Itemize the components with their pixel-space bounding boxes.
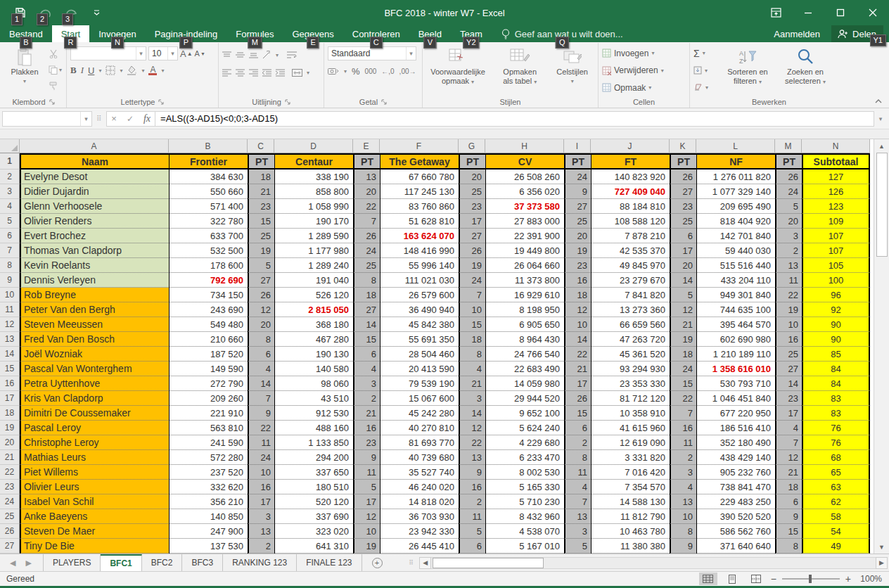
cell-J4[interactable]: 88 184 810 bbox=[591, 199, 670, 214]
cell-E8[interactable]: 25 bbox=[353, 258, 380, 273]
cell-K22[interactable]: 3 bbox=[670, 465, 696, 480]
cell-G4[interactable]: 23 bbox=[459, 199, 485, 214]
cell-J18[interactable]: 10 358 910 bbox=[591, 406, 670, 421]
minimize-button[interactable] bbox=[792, 0, 824, 25]
enter-icon[interactable]: ✓ bbox=[127, 114, 134, 124]
cell-B15[interactable]: 149 590 bbox=[169, 362, 248, 376]
column-header-A[interactable]: A bbox=[20, 139, 169, 153]
cell-N9[interactable]: 100 bbox=[802, 273, 870, 288]
vertical-scrollbar[interactable]: ▲ ▼ bbox=[874, 139, 889, 554]
cell-J6[interactable]: 7 878 210 bbox=[591, 229, 670, 243]
cell-C27[interactable]: 2 bbox=[248, 539, 274, 554]
cell-K20[interactable]: 11 bbox=[670, 435, 696, 450]
cell-C18[interactable]: 9 bbox=[248, 406, 274, 421]
player-name-cell[interactable]: Piet Willems bbox=[20, 465, 169, 480]
cell-K5[interactable]: 25 bbox=[670, 214, 696, 229]
cell-E27[interactable]: 19 bbox=[353, 539, 380, 554]
cell-H11[interactable]: 8 198 950 bbox=[485, 302, 564, 317]
player-name-cell[interactable]: Pascal Leroy bbox=[20, 421, 169, 435]
cell-M16[interactable]: 14 bbox=[775, 376, 802, 391]
cell-J16[interactable]: 23 353 330 bbox=[591, 376, 670, 391]
cell-D3[interactable]: 858 800 bbox=[274, 184, 353, 199]
cell-K17[interactable]: 22 bbox=[670, 391, 696, 406]
cut-button[interactable] bbox=[49, 47, 62, 60]
cell-M12[interactable]: 10 bbox=[775, 317, 802, 332]
player-name-cell[interactable]: Kevin Roelants bbox=[20, 258, 169, 273]
cell-H24[interactable]: 5 710 230 bbox=[485, 494, 564, 509]
cell-G27[interactable]: 6 bbox=[459, 539, 485, 554]
find-select-button[interactable]: Zoeken en selecteren ▾ bbox=[778, 44, 833, 96]
percent-style-button[interactable]: % bbox=[352, 66, 360, 77]
font-color-button[interactable]: A bbox=[148, 66, 157, 75]
cell-M8[interactable]: 13 bbox=[775, 258, 802, 273]
player-name-cell[interactable]: Isabel Van Schil bbox=[20, 494, 169, 509]
sheet-tab-bfc1[interactable]: BFC1 bbox=[101, 554, 141, 571]
cell-I15[interactable]: 21 bbox=[564, 362, 591, 376]
cell-L19[interactable]: 186 516 410 bbox=[696, 421, 775, 435]
tab-pagina-indeling[interactable]: Pagina-indelingP bbox=[146, 25, 227, 42]
cell-E2[interactable]: 13 bbox=[353, 170, 380, 184]
fill-color-button[interactable] bbox=[127, 65, 137, 75]
bold-button[interactable]: B bbox=[70, 65, 77, 76]
cell-J23[interactable]: 7 354 570 bbox=[591, 480, 670, 494]
vertical-scroll-thumb[interactable] bbox=[876, 153, 888, 257]
cell-D11[interactable]: 2 815 050 bbox=[274, 302, 353, 317]
cell-D17[interactable]: 43 510 bbox=[274, 391, 353, 406]
cell-M3[interactable]: 24 bbox=[775, 184, 802, 199]
header-cell-cv[interactable]: CV bbox=[485, 153, 564, 170]
cell-J14[interactable]: 45 361 520 bbox=[591, 347, 670, 362]
player-name-cell[interactable]: Christophe Leroy bbox=[20, 435, 169, 450]
cell-G22[interactable]: 9 bbox=[459, 465, 485, 480]
cell-I26[interactable]: 3 bbox=[564, 524, 591, 539]
cell-B23[interactable]: 332 620 bbox=[169, 480, 248, 494]
cell-H7[interactable]: 19 449 800 bbox=[485, 243, 564, 258]
cell-D8[interactable]: 1 289 240 bbox=[274, 258, 353, 273]
cell-D2[interactable]: 338 190 bbox=[274, 170, 353, 184]
cell-I11[interactable]: 12 bbox=[564, 302, 591, 317]
cell-M13[interactable]: 16 bbox=[775, 332, 802, 347]
cell-M25[interactable]: 9 bbox=[775, 509, 802, 524]
cell-C10[interactable]: 26 bbox=[248, 288, 274, 302]
cell-G9[interactable]: 24 bbox=[459, 273, 485, 288]
cell-I27[interactable]: 5 bbox=[564, 539, 591, 554]
cell-C13[interactable]: 8 bbox=[248, 332, 274, 347]
player-name-cell[interactable]: Joël Wozniak bbox=[20, 347, 169, 362]
cell-H14[interactable]: 24 766 540 bbox=[485, 347, 564, 362]
cell-K24[interactable]: 13 bbox=[670, 494, 696, 509]
scroll-down-icon[interactable]: ▼ bbox=[874, 540, 889, 554]
accounting-format-button[interactable] bbox=[328, 67, 339, 76]
cell-M21[interactable]: 12 bbox=[775, 450, 802, 465]
column-header-L[interactable]: L bbox=[696, 139, 775, 153]
cell-K14[interactable]: 18 bbox=[670, 347, 696, 362]
cell-J8[interactable]: 49 845 970 bbox=[591, 258, 670, 273]
align-middle-icon[interactable] bbox=[236, 51, 245, 59]
tab-beeld[interactable]: BeeldV bbox=[409, 25, 451, 42]
cell-G6[interactable]: 27 bbox=[459, 229, 485, 243]
cell-I13[interactable]: 14 bbox=[564, 332, 591, 347]
cell-C4[interactable]: 23 bbox=[248, 199, 274, 214]
cell-L8[interactable]: 515 516 440 bbox=[696, 258, 775, 273]
cell-E17[interactable]: 2 bbox=[353, 391, 380, 406]
cell-F17[interactable]: 15 067 600 bbox=[380, 391, 459, 406]
cell-N3[interactable]: 126 bbox=[802, 184, 870, 199]
header-cell-pt[interactable]: PT bbox=[248, 153, 274, 170]
cell-M10[interactable]: 22 bbox=[775, 288, 802, 302]
conditional-formatting-button[interactable]: Voorwaardelijke opmaak ▾ bbox=[426, 44, 490, 96]
header-cell-nf[interactable]: NF bbox=[696, 153, 775, 170]
fill-button[interactable]: ▾ bbox=[693, 64, 717, 77]
cell-I21[interactable]: 8 bbox=[564, 450, 591, 465]
cell-N17[interactable]: 83 bbox=[802, 391, 870, 406]
cell-D24[interactable]: 520 120 bbox=[274, 494, 353, 509]
cell-C24[interactable]: 17 bbox=[248, 494, 274, 509]
row-number[interactable]: 21 bbox=[0, 450, 20, 465]
tab-team[interactable]: TeamY2 bbox=[451, 25, 492, 42]
cell-N11[interactable]: 92 bbox=[802, 302, 870, 317]
player-name-cell[interactable]: Glenn Verhoosele bbox=[20, 199, 169, 214]
cell-I2[interactable]: 24 bbox=[564, 170, 591, 184]
player-name-cell[interactable]: Evelyne Desot bbox=[20, 170, 169, 184]
cell-I17[interactable]: 26 bbox=[564, 391, 591, 406]
cell-E19[interactable]: 16 bbox=[353, 421, 380, 435]
row-number[interactable]: 1 bbox=[0, 153, 20, 170]
cell-L14[interactable]: 1 210 189 110 bbox=[696, 347, 775, 362]
column-header-C[interactable]: C bbox=[248, 139, 274, 153]
